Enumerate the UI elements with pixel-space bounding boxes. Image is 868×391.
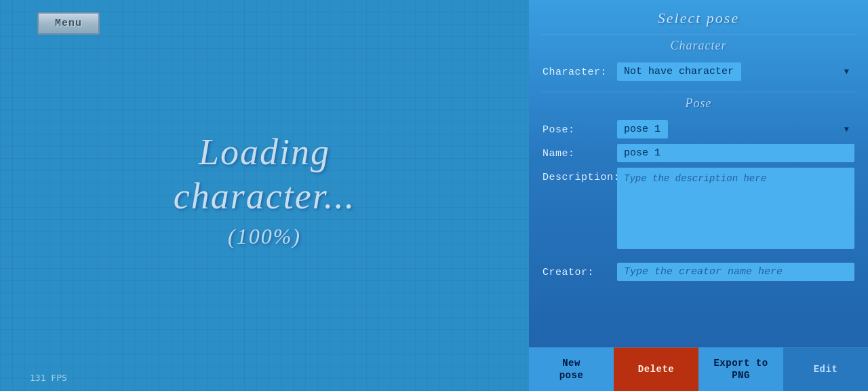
description-row: Description: xyxy=(542,168,854,249)
description-textarea[interactable] xyxy=(617,168,854,249)
character-row: Character: Not have character xyxy=(542,62,854,81)
creator-label: Creator: xyxy=(542,263,617,278)
new-pose-label-line2: pose xyxy=(534,369,608,381)
pose-row: Pose: pose 1 xyxy=(542,120,854,138)
pose-select-wrapper: pose 1 xyxy=(617,120,854,138)
panel-title: Select pose xyxy=(529,0,868,34)
new-pose-button[interactable]: New pose xyxy=(529,348,614,391)
name-input[interactable] xyxy=(617,144,854,162)
name-row: Name: xyxy=(542,144,854,162)
pose-section-header: Pose xyxy=(529,92,868,115)
canvas-area: Menu Loading character... (100%) 131 FPS xyxy=(0,0,529,391)
name-label: Name: xyxy=(542,144,617,160)
delete-label: Delete xyxy=(619,363,693,375)
character-section-header: Character xyxy=(529,35,868,57)
creator-input[interactable] xyxy=(617,263,854,281)
bottom-buttons: New pose Delete Export to PNG Edit xyxy=(529,347,868,391)
export-label-line1: Export to xyxy=(704,357,778,369)
new-pose-label-line1: New xyxy=(534,357,608,369)
pose-section: Pose: pose 1 Name: Description: xyxy=(529,115,868,260)
pose-select[interactable]: pose 1 xyxy=(617,120,668,138)
character-label: Character: xyxy=(542,62,617,78)
menu-button[interactable]: Menu xyxy=(37,12,100,35)
export-label-line2: PNG xyxy=(704,369,778,381)
description-label: Description: xyxy=(542,168,617,183)
export-png-button[interactable]: Export to PNG xyxy=(698,348,783,391)
character-section: Character: Not have character xyxy=(529,57,868,92)
loading-container: Loading character... (100%) xyxy=(174,130,355,249)
character-select[interactable]: Not have character xyxy=(617,62,741,81)
right-panel: Select pose Character Character: Not hav… xyxy=(529,0,868,391)
character-select-wrapper: Not have character xyxy=(617,62,854,81)
loading-text-line1: Loading xyxy=(174,130,355,174)
loading-text-line2: character... xyxy=(174,174,355,219)
creator-row: Creator: xyxy=(542,263,854,281)
loading-percent: (100%) xyxy=(174,224,355,249)
creator-section: Creator: xyxy=(529,260,868,292)
edit-button[interactable]: Edit xyxy=(783,348,868,391)
edit-label: Edit xyxy=(789,363,863,375)
delete-button[interactable]: Delete xyxy=(614,348,698,391)
pose-label: Pose: xyxy=(542,120,617,136)
fps-counter: 131 FPS xyxy=(30,373,67,383)
